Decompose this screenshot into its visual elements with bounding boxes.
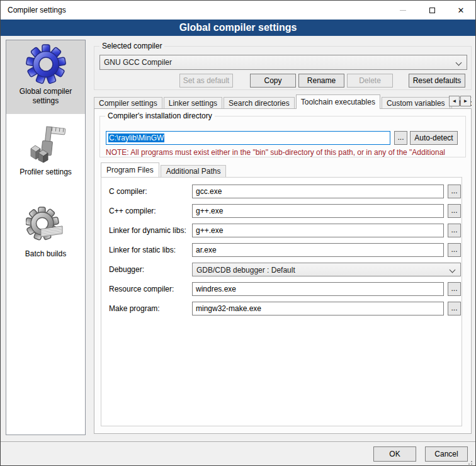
static-linker-browse-button[interactable]: ... — [448, 243, 461, 257]
set-as-default-button: Set as default — [179, 74, 233, 88]
main-tabstrip: Compiler settingsLinker settingsSearch d… — [94, 94, 472, 109]
debugger-select-value: GDB/CDB debugger : Default — [196, 266, 295, 275]
minimize-icon — [400, 10, 406, 11]
compiler-select[interactable]: GNU GCC Compiler — [99, 55, 467, 70]
program-files-page: C compiler: ... C++ compiler: ... Linker… — [101, 177, 462, 426]
static-linker-input[interactable] — [192, 243, 444, 257]
resource-compiler-label: Resource compiler: — [109, 282, 191, 296]
dynamic-linker-browse-button[interactable]: ... — [448, 224, 461, 237]
installation-directory-group: Compiler's installation directory C:\ray… — [99, 116, 466, 157]
tab-custom-variables[interactable]: Custom variables — [382, 97, 450, 109]
minimize-button — [388, 1, 417, 20]
maximize-icon — [429, 8, 435, 13]
selected-compiler-group: Selected compiler GNU GCC Compiler Set a… — [94, 46, 472, 90]
installation-directory-note: NOTE: All programs must exist either in … — [106, 148, 462, 157]
c-compiler-input[interactable] — [192, 185, 444, 198]
tab-scroll-left-button[interactable]: ◄ — [449, 96, 460, 106]
caption-buttons: ✕ — [388, 1, 475, 20]
sidebar-item-label: Batch builds — [6, 249, 85, 259]
tab-program-files[interactable]: Program Files — [101, 162, 159, 177]
tab-compiler-settings[interactable]: Compiler settings — [94, 97, 162, 109]
program-tabstrip: Program FilesAdditional Paths — [101, 162, 227, 177]
tab-toolchain-executables[interactable]: Toolchain executables — [296, 94, 380, 109]
chevron-down-icon — [456, 60, 462, 66]
c-compiler-label: C compiler: — [109, 185, 191, 198]
tab-linker-settings[interactable]: Linker settings — [164, 97, 222, 109]
installation-directory-browse-button[interactable]: ... — [394, 131, 407, 145]
compiler-select-value: GNU GCC Compiler — [104, 58, 172, 67]
cpp-compiler-row: C++ compiler: ... — [101, 204, 462, 218]
compiler-settings-dialog: Compiler settings ✕ Global compiler sett… — [0, 0, 476, 466]
sidebar-item-batch-builds[interactable]: Batch builds — [6, 203, 85, 266]
auto-detect-button[interactable]: Auto-detect — [410, 131, 458, 145]
ok-button[interactable]: OK — [373, 446, 416, 462]
cpp-compiler-label: C++ compiler: — [109, 204, 191, 218]
static-linker-row: Linker for static libs: ... — [101, 243, 462, 257]
sidebar-item-profiler-settings[interactable]: Profiler settings — [6, 121, 85, 184]
tab-additional-paths[interactable]: Additional Paths — [161, 165, 227, 177]
cpp-compiler-browse-button[interactable]: ... — [448, 204, 461, 218]
static-linker-label: Linker for static libs: — [109, 243, 191, 257]
selected-compiler-group-label: Selected compiler — [99, 42, 164, 50]
sidebar-item-label: Global compiler settings — [6, 87, 85, 106]
gear-blue-icon — [26, 44, 66, 84]
cancel-button[interactable]: Cancel — [425, 446, 468, 462]
chevron-down-icon — [450, 267, 456, 273]
dynamic-linker-label: Linker for dynamic libs: — [109, 224, 191, 237]
installation-directory-value: C:\raylib\MinGW — [108, 134, 164, 142]
resize-grip[interactable] — [471, 461, 472, 462]
settings-sidebar: Global compiler settings — [6, 40, 86, 435]
sidebar-item-label: Profiler settings — [6, 168, 85, 177]
make-program-browse-button[interactable]: ... — [448, 302, 461, 315]
dialog-header-title: Global compiler settings — [179, 22, 297, 33]
make-program-label: Make program: — [109, 302, 191, 315]
arrow-left-icon: ◄ — [452, 98, 457, 104]
sidebar-item-global-compiler-settings[interactable]: Global compiler settings — [6, 40, 85, 114]
reset-defaults-button[interactable]: Reset defaults — [409, 74, 465, 88]
dynamic-linker-input[interactable] — [192, 224, 444, 237]
make-program-input[interactable] — [192, 302, 444, 315]
resource-compiler-browse-button[interactable]: ... — [448, 282, 461, 296]
c-compiler-browse-button[interactable]: ... — [448, 185, 461, 198]
titlebar: Compiler settings ✕ — [1, 1, 475, 20]
footer-separator — [1, 441, 475, 443]
close-button[interactable]: ✕ — [446, 1, 475, 20]
debugger-label: Debugger: — [109, 263, 191, 276]
dynamic-linker-row: Linker for dynamic libs: ... — [101, 224, 462, 237]
copy-button[interactable]: Copy — [250, 74, 296, 88]
profiler-icon — [26, 125, 66, 165]
debugger-row: Debugger: GDB/CDB debugger : Default — [101, 263, 462, 276]
rename-button[interactable]: Rename — [298, 74, 344, 88]
c-compiler-row: C compiler: ... — [101, 185, 462, 198]
installation-directory-group-label: Compiler's installation directory — [105, 111, 215, 120]
installation-directory-input[interactable]: C:\raylib\MinGW — [106, 131, 390, 145]
make-program-row: Make program: ... — [101, 302, 462, 315]
toolchain-executables-page: Compiler's installation directory C:\ray… — [94, 108, 472, 434]
cpp-compiler-input[interactable] — [192, 204, 444, 218]
maximize-button[interactable] — [417, 1, 446, 20]
resource-compiler-input[interactable] — [192, 282, 444, 296]
window-title: Compiler settings — [8, 6, 66, 14]
tab-scroll-right-button[interactable]: ► — [460, 96, 471, 106]
dialog-header: Global compiler settings — [1, 20, 475, 36]
debugger-select[interactable]: GDB/CDB debugger : Default — [192, 263, 461, 276]
batch-builds-icon — [26, 207, 66, 247]
arrow-right-icon: ► — [463, 98, 468, 104]
close-icon: ✕ — [458, 6, 465, 14]
delete-button: Delete — [347, 74, 393, 88]
resource-compiler-row: Resource compiler: ... — [101, 282, 462, 296]
tab-scroll-buttons: ◄ ► — [448, 96, 471, 106]
tab-search-directories[interactable]: Search directories — [224, 97, 295, 109]
